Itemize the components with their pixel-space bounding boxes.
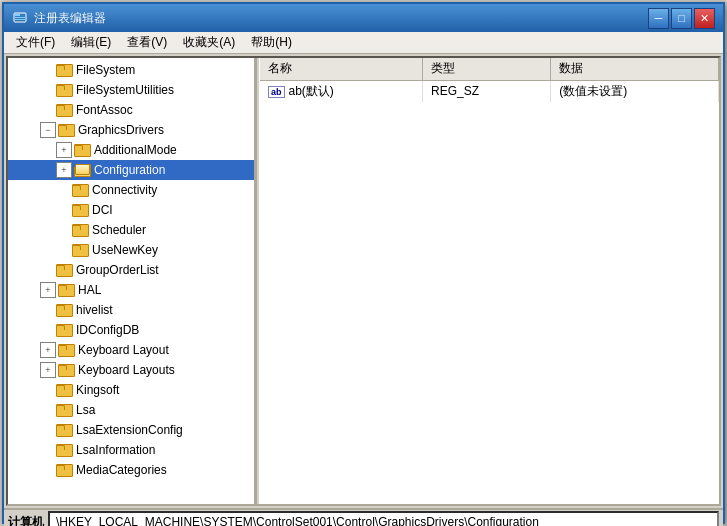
folder-icon-hivelist <box>56 302 72 318</box>
tree-item-filesystemutilities[interactable]: FileSystemUtilities <box>8 80 254 100</box>
tree-item-hal[interactable]: +HAL <box>8 280 254 300</box>
tree-item-fontassoc[interactable]: FontAssoc <box>8 100 254 120</box>
menu-bar: 文件(F)编辑(E)查看(V)收藏夹(A)帮助(H) <box>4 32 723 54</box>
table-row[interactable]: abab(默认)REG_SZ(数值未设置) <box>260 80 719 102</box>
menu-item-help[interactable]: 帮助(H) <box>243 32 300 53</box>
tree-item-idconfigdb[interactable]: IDConfigDB <box>8 320 254 340</box>
title-bar: 注册表编辑器 ─ □ ✕ <box>4 4 723 32</box>
tree-item-lsa[interactable]: Lsa <box>8 400 254 420</box>
folder-icon-filesystemutilities <box>56 82 72 98</box>
close-button[interactable]: ✕ <box>694 8 715 29</box>
minimize-button[interactable]: ─ <box>648 8 669 29</box>
menu-item-edit[interactable]: 编辑(E) <box>63 32 119 53</box>
folder-icon-scheduler <box>72 222 88 238</box>
tree-item-mediacategories[interactable]: MediaCategories <box>8 460 254 480</box>
folder-icon-graphicsdrivers <box>58 122 74 138</box>
tree-label-connectivity: Connectivity <box>92 183 157 197</box>
tree-label-fontassoc: FontAssoc <box>76 103 133 117</box>
tree-item-connectivity[interactable]: Connectivity <box>8 180 254 200</box>
folder-icon-idconfigdb <box>56 322 72 338</box>
tree-item-additionalmode[interactable]: +AdditionalMode <box>8 140 254 160</box>
folder-icon-lsainformation <box>56 442 72 458</box>
folder-icon-dci <box>72 202 88 218</box>
menu-item-favorites[interactable]: 收藏夹(A) <box>175 32 243 53</box>
tree-label-hal: HAL <box>78 283 101 297</box>
menu-item-view[interactable]: 查看(V) <box>119 32 175 53</box>
tree-item-dci[interactable]: DCI <box>8 200 254 220</box>
folder-icon-grouporderlist <box>56 262 72 278</box>
tree-label-usenewkey: UseNewKey <box>92 243 158 257</box>
tree-label-filesystemutilities: FileSystemUtilities <box>76 83 174 97</box>
folder-icon-connectivity <box>72 182 88 198</box>
tree-item-kingsoft[interactable]: Kingsoft <box>8 380 254 400</box>
tree-label-scheduler: Scheduler <box>92 223 146 237</box>
svg-rect-1 <box>15 14 20 16</box>
folder-icon-keyboardlayout <box>58 342 74 358</box>
status-path: \HKEY_LOCAL_MACHINE\SYSTEM\ControlSet001… <box>48 511 719 526</box>
value-type-cell: REG_SZ <box>423 80 551 102</box>
tree-pane[interactable]: FileSystemFileSystemUtilitiesFontAssoc−G… <box>8 58 256 504</box>
folder-icon-mediacategories <box>56 462 72 478</box>
tree-item-usenewkey[interactable]: UseNewKey <box>8 240 254 260</box>
tree-label-hivelist: hivelist <box>76 303 113 317</box>
col-type[interactable]: 类型 <box>423 58 551 80</box>
expand-btn-configuration[interactable]: + <box>56 162 72 178</box>
tree-item-lsainformation[interactable]: LsaInformation <box>8 440 254 460</box>
folder-icon-kingsoft <box>56 382 72 398</box>
tree-label-additionalmode: AdditionalMode <box>94 143 177 157</box>
folder-icon-usenewkey <box>72 242 88 258</box>
tree-label-lsainformation: LsaInformation <box>76 443 155 457</box>
main-area: FileSystemFileSystemUtilitiesFontAssoc−G… <box>6 56 721 506</box>
tree-label-lsa: Lsa <box>76 403 95 417</box>
expand-btn-keyboardlayout[interactable]: + <box>40 342 56 358</box>
value-table: 名称 类型 数据 abab(默认)REG_SZ(数值未设置) <box>260 58 719 102</box>
tree-item-graphicsdrivers[interactable]: −GraphicsDrivers <box>8 120 254 140</box>
folder-icon-additionalmode <box>74 142 90 158</box>
restore-button[interactable]: □ <box>671 8 692 29</box>
menu-item-file[interactable]: 文件(F) <box>8 32 63 53</box>
folder-icon-filesystem <box>56 62 72 78</box>
window-controls: ─ □ ✕ <box>648 8 715 29</box>
expand-btn-keyboardlayouts[interactable]: + <box>40 362 56 378</box>
expand-btn-graphicsdrivers[interactable]: − <box>40 122 56 138</box>
expand-btn-additionalmode[interactable]: + <box>56 142 72 158</box>
tree-item-scheduler[interactable]: Scheduler <box>8 220 254 240</box>
window: 注册表编辑器 ─ □ ✕ 文件(F)编辑(E)查看(V)收藏夹(A)帮助(H) … <box>2 2 725 524</box>
tree-label-filesystem: FileSystem <box>76 63 135 77</box>
tree-label-grouporderlist: GroupOrderList <box>76 263 159 277</box>
window-icon <box>12 10 28 26</box>
svg-rect-3 <box>15 19 25 20</box>
value-pane: 名称 类型 数据 abab(默认)REG_SZ(数值未设置) <box>260 58 719 504</box>
col-name[interactable]: 名称 <box>260 58 423 80</box>
tree-item-keyboardlayout[interactable]: +Keyboard Layout <box>8 340 254 360</box>
tree-label-keyboardlayout: Keyboard Layout <box>78 343 169 357</box>
tree-item-lsaextensionconfig[interactable]: LsaExtensionConfig <box>8 420 254 440</box>
tree-label-graphicsdrivers: GraphicsDrivers <box>78 123 164 137</box>
window-title: 注册表编辑器 <box>34 10 648 27</box>
tree-label-kingsoft: Kingsoft <box>76 383 119 397</box>
open-folder-icon-configuration <box>74 162 90 178</box>
folder-icon-lsaextensionconfig <box>56 422 72 438</box>
status-label: 计算机 <box>8 514 44 527</box>
tree-label-mediacategories: MediaCategories <box>76 463 167 477</box>
tree-item-keyboardlayouts[interactable]: +Keyboard Layouts <box>8 360 254 380</box>
tree-label-configuration: Configuration <box>94 163 165 177</box>
col-data[interactable]: 数据 <box>551 58 719 80</box>
folder-icon-fontassoc <box>56 102 72 118</box>
value-data-cell: (数值未设置) <box>551 80 719 102</box>
tree-label-idconfigdb: IDConfigDB <box>76 323 139 337</box>
folder-icon-hal <box>58 282 74 298</box>
tree-item-hivelist[interactable]: hivelist <box>8 300 254 320</box>
status-bar: 计算机 \HKEY_LOCAL_MACHINE\SYSTEM\ControlSe… <box>4 508 723 526</box>
tree-item-configuration[interactable]: +Configuration <box>8 160 254 180</box>
tree-label-dci: DCI <box>92 203 113 217</box>
expand-btn-hal[interactable]: + <box>40 282 56 298</box>
tree-item-grouporderlist[interactable]: GroupOrderList <box>8 260 254 280</box>
folder-icon-keyboardlayouts <box>58 362 74 378</box>
value-name-cell: abab(默认) <box>260 80 423 102</box>
folder-icon-lsa <box>56 402 72 418</box>
reg-ab-icon: ab <box>268 86 285 98</box>
tree-item-filesystem[interactable]: FileSystem <box>8 60 254 80</box>
tree-label-keyboardlayouts: Keyboard Layouts <box>78 363 175 377</box>
svg-rect-2 <box>15 17 25 18</box>
